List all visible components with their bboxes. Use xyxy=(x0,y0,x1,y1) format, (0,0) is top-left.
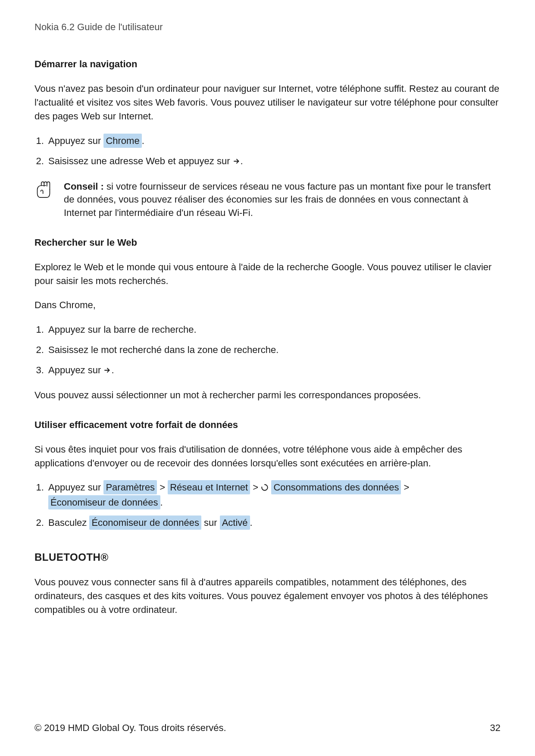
document-title: Nokia 6.2 Guide de l'utilisateur xyxy=(34,22,501,33)
paragraph: Vous n'avez pas besoin d'un ordinateur p… xyxy=(34,82,501,123)
list-item: Appuyez sur la barre de recherche. xyxy=(47,322,501,337)
step-text: sur xyxy=(201,517,220,528)
ui-chip-data-saver: Économiseur de données xyxy=(48,495,160,509)
paragraph: Dans Chrome, xyxy=(34,298,501,312)
paragraph: Vous pouvez vous connecter sans fil à d'… xyxy=(34,575,501,617)
list-item: Appuyez sur Chrome. xyxy=(47,134,501,148)
step-text: Basculez xyxy=(48,517,89,528)
separator: > xyxy=(401,482,409,493)
step-text: Appuyez sur xyxy=(48,365,103,375)
step-text: Saisissez une adresse Web et appuyez sur xyxy=(48,156,233,166)
section-heading-data-plan: Utiliser efficacement votre forfait de d… xyxy=(34,419,501,431)
paragraph: Si vous êtes inquiet pour vos frais d'ut… xyxy=(34,443,501,470)
tip-body: si votre fournisseur de services réseau … xyxy=(64,181,491,219)
arrow-right-icon xyxy=(233,155,241,169)
section-heading-start-browsing: Démarrer la navigation xyxy=(34,59,501,70)
list-item: Appuyez sur . xyxy=(47,363,501,378)
copyright-text: © 2019 HMD Global Oy. Tous droits réserv… xyxy=(34,722,226,734)
step-text: . xyxy=(111,365,114,375)
step-text: . xyxy=(250,517,253,528)
paragraph: Explorez le Web et le monde qui vous ent… xyxy=(34,260,501,288)
ui-chip-network-internet: Réseau et Internet xyxy=(168,480,250,494)
section-heading-bluetooth: BLUETOOTH® xyxy=(34,551,501,563)
list-item: Saisissez une adresse Web et appuyez sur… xyxy=(47,154,501,169)
step-text: . xyxy=(241,156,243,166)
separator: > xyxy=(157,482,168,493)
ui-chip-data-usage: Consommations des données xyxy=(271,480,401,494)
ui-chip-enabled: Activé xyxy=(220,515,250,530)
list-item: Basculez Économiseur de données sur Acti… xyxy=(47,515,501,530)
data-usage-icon xyxy=(261,483,271,494)
separator: > xyxy=(250,482,261,493)
step-text: Appuyez sur xyxy=(48,482,103,493)
list-item: Appuyez sur Paramètres > Réseau et Inter… xyxy=(47,480,501,509)
step-text: Appuyez sur xyxy=(48,135,103,146)
ui-chip-settings: Paramètres xyxy=(103,480,157,494)
tip-icon xyxy=(34,181,53,199)
page-footer: © 2019 HMD Global Oy. Tous droits réserv… xyxy=(34,722,501,734)
ordered-list: Appuyez sur la barre de recherche. Saisi… xyxy=(34,322,501,378)
tip-label: Conseil : xyxy=(64,181,104,192)
ordered-list: Appuyez sur Chrome. Saisissez une adress… xyxy=(34,134,501,169)
paragraph: Vous pouvez aussi sélectionner un mot à … xyxy=(34,388,501,402)
step-text: . xyxy=(142,135,144,146)
tip-callout: Conseil : si votre fournisseur de servic… xyxy=(34,180,501,220)
ui-chip-data-saver: Économiseur de données xyxy=(89,515,201,530)
ordered-list: Appuyez sur Paramètres > Réseau et Inter… xyxy=(34,480,501,530)
list-item: Saisissez le mot recherché dans la zone … xyxy=(47,343,501,357)
tip-text: Conseil : si votre fournisseur de servic… xyxy=(64,180,501,220)
arrow-right-icon xyxy=(103,364,111,378)
document-page: Nokia 6.2 Guide de l'utilisateur Démarre… xyxy=(0,0,535,756)
section-heading-search-web: Rechercher sur le Web xyxy=(34,237,501,248)
step-text: . xyxy=(160,497,163,508)
page-number: 32 xyxy=(490,722,501,734)
ui-chip-chrome: Chrome xyxy=(103,134,141,148)
